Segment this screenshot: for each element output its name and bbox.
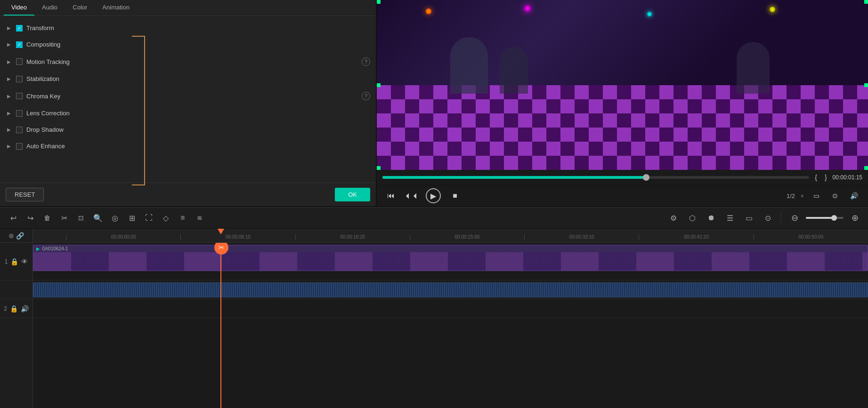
fit-button[interactable]: ⊞ xyxy=(124,210,139,225)
full-button[interactable]: ⛶ xyxy=(141,210,156,225)
magnet-icon[interactable]: ⊕ xyxy=(8,232,14,240)
prop-stabilization[interactable]: ▶ Stabilization xyxy=(0,71,376,87)
video-track-row: ▶ Gh010624-1 xyxy=(33,243,868,280)
settings-button[interactable]: ⚙ xyxy=(666,210,681,225)
camera-button[interactable]: ⊙ xyxy=(760,210,775,225)
progress-bar[interactable] xyxy=(382,176,809,179)
prop-motion-tracking[interactable]: ▶ Motion Tracking ? xyxy=(0,53,376,71)
tab-video[interactable]: Video xyxy=(4,0,34,16)
arrow-stabilization: ▶ xyxy=(6,76,12,82)
handle-bottom-left[interactable] xyxy=(377,166,381,170)
progress-thumb[interactable] xyxy=(643,174,649,181)
tab-audio[interactable]: Audio xyxy=(34,0,65,16)
crop-button[interactable]: ⊡ xyxy=(73,210,89,225)
shield-button[interactable]: ⬡ xyxy=(685,210,700,225)
fullscreen-button[interactable]: ▭ xyxy=(810,189,823,202)
zoom-in-button[interactable]: ⊕ xyxy=(847,210,862,225)
checkbox-transform[interactable] xyxy=(16,25,23,32)
light-3 xyxy=(647,12,652,16)
checkbox-stabilization[interactable] xyxy=(16,76,23,82)
list-button[interactable]: ☰ xyxy=(722,210,738,225)
clip-header: ▶ Gh010624-1 xyxy=(33,245,868,252)
mask-button[interactable]: ◇ xyxy=(158,210,173,225)
ok-button[interactable]: OK xyxy=(335,188,370,201)
timeline: ⊕ 🔗 00:00:00:00 00:00:08:10 00:00:16:20 … xyxy=(0,229,868,408)
properties-list: ▶ Transform ▶ Compositing ▶ Motion Track… xyxy=(0,16,376,183)
help-chroma-key[interactable]: ? xyxy=(362,92,370,100)
toolbar-right: ⚙ ⬡ ⏺ ☰ ▭ ⊙ ⊖ ⊕ xyxy=(666,210,862,225)
ruler-marks: 00:00:00:00 00:00:08:10 00:00:16:20 00:0… xyxy=(66,229,868,242)
audio-clip[interactable] xyxy=(33,282,868,297)
prop-lens-correction[interactable]: ▶ Lens Correction xyxy=(0,105,376,121)
zoom-button[interactable]: 🔍 xyxy=(90,210,105,225)
arrow-compositing: ▶ xyxy=(6,41,12,48)
handle-bottom-right[interactable] xyxy=(864,166,868,170)
prop-drop-shadow[interactable]: ▶ Drop Shadow xyxy=(0,121,376,138)
audio-waveform xyxy=(33,283,868,297)
handle-middle-left[interactable] xyxy=(377,83,381,87)
out-point-bracket[interactable]: } xyxy=(823,173,829,182)
snapshot-button[interactable]: ⊙ xyxy=(828,189,842,202)
in-point-bracket[interactable]: { xyxy=(813,173,819,182)
redo-button[interactable]: ↪ xyxy=(23,210,38,225)
play-button[interactable]: ▶ xyxy=(426,188,441,203)
video-track-row-2 xyxy=(33,299,868,318)
cut-button[interactable]: ✂ xyxy=(57,210,72,225)
ruler-mark-0: 00:00:00:00 xyxy=(66,234,180,240)
delete-button[interactable]: 🗑 xyxy=(40,210,55,225)
zoom-control xyxy=(806,217,844,219)
light-4 xyxy=(770,7,775,12)
link-icon[interactable]: 🔗 xyxy=(16,232,24,240)
reset-button[interactable]: RESET xyxy=(6,188,44,201)
ruler-inner: 00:00:00:00 00:00:08:10 00:00:16:20 00:0… xyxy=(66,229,868,242)
volume-button[interactable]: 🔊 xyxy=(847,189,860,202)
adjust-button[interactable]: ≡ xyxy=(175,210,190,225)
audio-track-row xyxy=(33,280,868,299)
video-preview xyxy=(377,0,868,170)
light-1 xyxy=(426,8,431,14)
checkbox-compositing[interactable] xyxy=(16,41,23,48)
checkbox-chroma-key[interactable] xyxy=(16,93,23,99)
stop-button[interactable]: ■ xyxy=(448,189,462,202)
timeline-tracks: 1 🔒 👁 2 🔒 🔊 ✂ ▶ xyxy=(0,243,868,408)
zoom-thumb[interactable] xyxy=(831,215,837,221)
motion-button[interactable]: ◎ xyxy=(107,210,122,225)
ruler-mark-3: 00:00:25:00 xyxy=(410,234,524,240)
light-2 xyxy=(524,5,531,12)
label-chroma-key: Chroma Key xyxy=(26,93,358,100)
handle-middle-right[interactable] xyxy=(864,83,868,87)
lock-icon-1[interactable]: 🔒 xyxy=(10,258,18,265)
help-motion-tracking[interactable]: ? xyxy=(362,57,370,66)
tracks-content: ✂ ▶ Gh010624-1 xyxy=(33,243,868,408)
lock-icon-2[interactable]: 🔒 xyxy=(10,305,18,312)
zoom-slider[interactable] xyxy=(806,217,844,219)
tab-animation[interactable]: Animation xyxy=(95,0,137,16)
eye-icon-1[interactable]: 👁 xyxy=(21,258,28,265)
prop-transform[interactable]: ▶ Transform xyxy=(0,20,376,36)
undo-button[interactable]: ↩ xyxy=(6,210,21,225)
checkbox-lens-correction[interactable] xyxy=(16,110,23,117)
prop-chroma-key[interactable]: ▶ Chroma Key ? xyxy=(0,87,376,105)
checkbox-auto-enhance[interactable] xyxy=(16,143,23,150)
prop-compositing[interactable]: ▶ Compositing xyxy=(0,36,376,53)
zoom-out-button[interactable]: ⊖ xyxy=(787,210,802,225)
mic-button[interactable]: ⏺ xyxy=(704,210,719,225)
handle-top-left[interactable] xyxy=(377,0,381,4)
checkbox-drop-shadow[interactable] xyxy=(16,127,23,133)
handle-top-right[interactable] xyxy=(864,0,868,4)
step-back-button[interactable]: ⏴⏴ xyxy=(405,189,418,202)
person-silhouette-1 xyxy=(450,37,488,94)
captions-button[interactable]: ▭ xyxy=(741,210,756,225)
person-silhouette-3 xyxy=(737,42,770,94)
checkbox-motion-tracking[interactable] xyxy=(16,58,23,65)
prop-auto-enhance[interactable]: ▶ Auto Enhance xyxy=(0,138,376,154)
clip-thumbnails xyxy=(33,252,868,271)
audio-wave-button[interactable]: ≋ xyxy=(192,210,207,225)
video-clip[interactable]: ▶ Gh010624-1 xyxy=(33,245,868,271)
label-motion-tracking: Motion Tracking xyxy=(26,58,358,65)
skip-back-button[interactable]: ⏮ xyxy=(384,189,397,202)
toolbar-left: ↩ ↪ 🗑 ✂ ⊡ 🔍 ◎ ⊞ ⛶ ◇ ≡ ≋ xyxy=(6,210,207,225)
volume-icon-2[interactable]: 🔊 xyxy=(21,305,29,312)
tab-color[interactable]: Color xyxy=(65,0,95,16)
label-compositing: Compositing xyxy=(26,41,370,48)
